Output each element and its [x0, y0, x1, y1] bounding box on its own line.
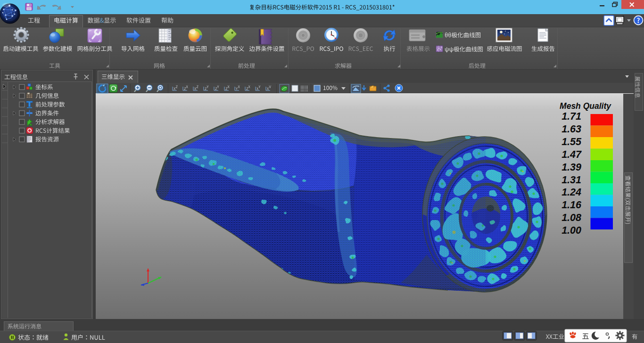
- svg-text:Mesh Quality: Mesh Quality: [560, 101, 611, 111]
- svg-text:1.71: 1.71: [561, 111, 581, 122]
- svg-text:1.55: 1.55: [561, 136, 582, 147]
- svg-text:1.24: 1.24: [561, 187, 581, 198]
- svg-text:1.31: 1.31: [561, 174, 581, 186]
- svg-text:1.63: 1.63: [561, 123, 581, 135]
- svg-text:1.00: 1.00: [561, 225, 581, 236]
- svg-text:1.08: 1.08: [561, 212, 581, 223]
- svg-text:1.47: 1.47: [561, 149, 582, 160]
- svg-text:1.39: 1.39: [561, 162, 581, 173]
- svg-text:1.16: 1.16: [561, 199, 582, 211]
